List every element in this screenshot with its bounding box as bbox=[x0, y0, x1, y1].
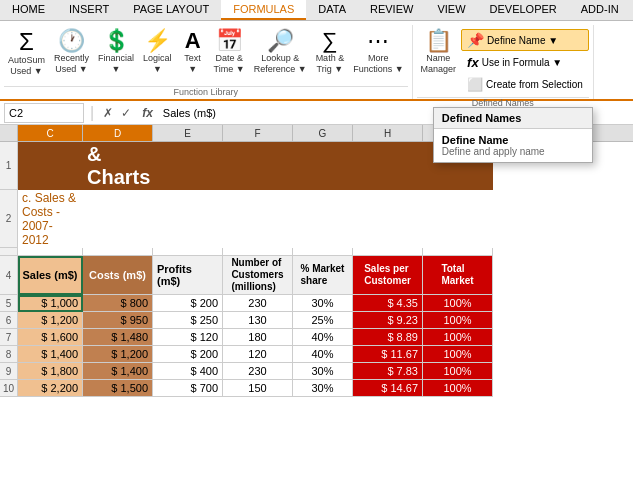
cell-g6[interactable]: 25% bbox=[293, 312, 353, 329]
tab-addin[interactable]: ADD-IN bbox=[569, 0, 631, 20]
cell-i10[interactable]: 100% bbox=[423, 380, 493, 397]
table-row-2: 7 $ 1,600 $ 1,480 $ 120 180 40% $ 8.89 1… bbox=[0, 329, 633, 346]
subtitle-row: 2 c. Sales & Costs - 2007-2012 bbox=[0, 190, 633, 248]
create-from-selection-button[interactable]: ⬜ Create from Selection bbox=[461, 74, 589, 95]
cell-g10[interactable]: 30% bbox=[293, 380, 353, 397]
cell-f7[interactable]: 180 bbox=[223, 329, 293, 346]
more-functions-button[interactable]: ⋯ MoreFunctions ▼ bbox=[349, 27, 407, 78]
col-header-e[interactable]: E bbox=[153, 125, 223, 141]
recently-used-button[interactable]: 🕐 RecentlyUsed ▼ bbox=[50, 27, 93, 78]
header-cell-d1: & Charts bbox=[83, 142, 153, 190]
cell-h5[interactable]: $ 4.35 bbox=[353, 295, 423, 312]
financial-button[interactable]: 💲 Financial▼ bbox=[94, 27, 138, 78]
cell-i6[interactable]: 100% bbox=[423, 312, 493, 329]
tab-review[interactable]: REVIEW bbox=[358, 0, 425, 20]
confirm-formula-button[interactable]: ✓ bbox=[118, 105, 134, 121]
row-num-1: 1 bbox=[0, 142, 18, 190]
row-num-4: 4 bbox=[0, 256, 18, 295]
tab-developer[interactable]: DEVELOPER bbox=[478, 0, 569, 20]
cell-c5[interactable]: $ 1,000 bbox=[18, 295, 83, 312]
cell-g9[interactable]: 30% bbox=[293, 363, 353, 380]
cell-g7[interactable]: 40% bbox=[293, 329, 353, 346]
name-box[interactable] bbox=[4, 103, 84, 123]
use-in-formula-button[interactable]: fx Use in Formula ▼ bbox=[461, 52, 589, 73]
subtitle-i bbox=[423, 190, 493, 248]
cell-c10[interactable]: $ 2,200 bbox=[18, 380, 83, 397]
cell-h8[interactable]: $ 11.67 bbox=[353, 346, 423, 363]
table-row-4: 9 $ 1,800 $ 1,400 $ 400 230 30% $ 7.83 1… bbox=[0, 363, 633, 380]
col-header-g[interactable]: G bbox=[293, 125, 353, 141]
cell-f5[interactable]: 230 bbox=[223, 295, 293, 312]
header-cell-c1 bbox=[18, 142, 83, 190]
subtitle-h bbox=[353, 190, 423, 248]
cell-e8[interactable]: $ 200 bbox=[153, 346, 223, 363]
subtitle-cell: c. Sales & Costs - 2007-2012 bbox=[18, 190, 83, 248]
header-cell-f1 bbox=[223, 142, 293, 190]
lookup-label: Lookup &Reference ▼ bbox=[254, 53, 307, 75]
th-market: % Marketshare bbox=[293, 256, 353, 295]
spreadsheet-area: C D E F G H I 1 & Charts 2 c. Sales & Co… bbox=[0, 125, 633, 397]
cell-g5[interactable]: 30% bbox=[293, 295, 353, 312]
cell-f10[interactable]: 150 bbox=[223, 380, 293, 397]
cell-d6[interactable]: $ 950 bbox=[83, 312, 153, 329]
cell-h6[interactable]: $ 9.23 bbox=[353, 312, 423, 329]
cell-c8[interactable]: $ 1,400 bbox=[18, 346, 83, 363]
cell-h10[interactable]: $ 14.67 bbox=[353, 380, 423, 397]
function-library-label: Function Library bbox=[4, 86, 408, 99]
autosum-button[interactable]: Σ AutoSumUsed ▼ bbox=[4, 27, 49, 80]
cell-i5[interactable]: 100% bbox=[423, 295, 493, 312]
cell-d9[interactable]: $ 1,400 bbox=[83, 363, 153, 380]
cell-c6[interactable]: $ 1,200 bbox=[18, 312, 83, 329]
cell-e7[interactable]: $ 120 bbox=[153, 329, 223, 346]
tab-view[interactable]: VIEW bbox=[425, 0, 477, 20]
cell-c9[interactable]: $ 1,800 bbox=[18, 363, 83, 380]
name-manager-button[interactable]: 📋 NameManager bbox=[417, 27, 461, 78]
name-manager-icon: 📋 bbox=[425, 30, 452, 52]
spacer-h bbox=[353, 248, 423, 256]
tab-page-layout[interactable]: PAGE LAYOUT bbox=[121, 0, 221, 20]
th-customers: Number ofCustomers(millions) bbox=[223, 256, 293, 295]
tab-formulas[interactable]: FORMULAS bbox=[221, 0, 306, 20]
define-name-button[interactable]: 📌 Define Name ▼ bbox=[461, 29, 589, 51]
cell-d8[interactable]: $ 1,200 bbox=[83, 346, 153, 363]
cell-d7[interactable]: $ 1,480 bbox=[83, 329, 153, 346]
datetime-button[interactable]: 📅 Date &Time ▼ bbox=[210, 27, 249, 78]
logical-button[interactable]: ⚡ Logical▼ bbox=[139, 27, 176, 78]
subtitle-e bbox=[153, 190, 223, 248]
cell-e6[interactable]: $ 250 bbox=[153, 312, 223, 329]
defined-names-group: 📋 NameManager 📌 Define Name ▼ fx Use in … bbox=[413, 25, 594, 99]
cell-h7[interactable]: $ 8.89 bbox=[353, 329, 423, 346]
cell-d10[interactable]: $ 1,500 bbox=[83, 380, 153, 397]
cell-f9[interactable]: 230 bbox=[223, 363, 293, 380]
col-header-f[interactable]: F bbox=[223, 125, 293, 141]
cell-d5[interactable]: $ 800 bbox=[83, 295, 153, 312]
create-from-selection-label: Create from Selection bbox=[486, 79, 583, 90]
math-button[interactable]: ∑ Math &Trig ▼ bbox=[312, 27, 349, 78]
table-row-0: 5 $ 1,000 $ 800 $ 200 230 30% $ 4.35 100… bbox=[0, 295, 633, 312]
tab-insert[interactable]: INSERT bbox=[57, 0, 121, 20]
cell-h9[interactable]: $ 7.83 bbox=[353, 363, 423, 380]
cell-e10[interactable]: $ 700 bbox=[153, 380, 223, 397]
th-sales: Sales (m$) bbox=[18, 256, 83, 295]
cell-c7[interactable]: $ 1,600 bbox=[18, 329, 83, 346]
cell-i9[interactable]: 100% bbox=[423, 363, 493, 380]
tab-data[interactable]: DATA bbox=[306, 0, 358, 20]
cell-e9[interactable]: $ 400 bbox=[153, 363, 223, 380]
cell-f6[interactable]: 130 bbox=[223, 312, 293, 329]
cell-e5[interactable]: $ 200 bbox=[153, 295, 223, 312]
cell-i7[interactable]: 100% bbox=[423, 329, 493, 346]
cancel-formula-button[interactable]: ✗ bbox=[100, 105, 116, 121]
cell-g8[interactable]: 40% bbox=[293, 346, 353, 363]
cell-i8[interactable]: 100% bbox=[423, 346, 493, 363]
col-header-c[interactable]: C bbox=[18, 125, 83, 141]
text-button[interactable]: A Text▼ bbox=[177, 27, 209, 78]
cell-f8[interactable]: 120 bbox=[223, 346, 293, 363]
spacer-c bbox=[18, 248, 83, 256]
col-header-h[interactable]: H bbox=[353, 125, 423, 141]
col-header-d[interactable]: D bbox=[83, 125, 153, 141]
th-customers-text: Number ofCustomers(millions) bbox=[231, 257, 283, 293]
formula-bar-separator: | bbox=[88, 104, 96, 122]
tab-home[interactable]: HOME bbox=[0, 0, 57, 20]
lookup-button[interactable]: 🔎 Lookup &Reference ▼ bbox=[250, 27, 311, 78]
dropdown-item-define-name[interactable]: Define Name Define and apply name bbox=[434, 129, 592, 162]
